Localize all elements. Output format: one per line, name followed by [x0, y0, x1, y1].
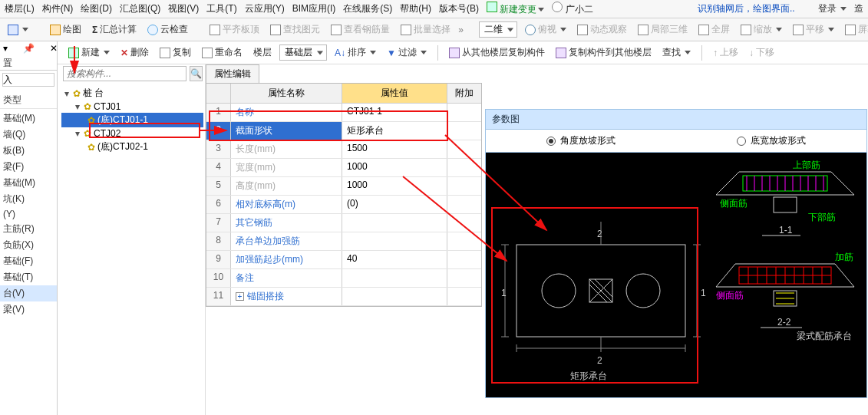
- category-item[interactable]: 主筋(R): [0, 221, 57, 237]
- zoom-button[interactable]: 缩放: [738, 21, 785, 38]
- property-row[interactable]: 11+锚固搭接: [206, 288, 481, 306]
- property-value-cell[interactable]: 矩形承台: [342, 122, 447, 140]
- svg-point-1: [542, 274, 576, 308]
- property-value-cell[interactable]: (0): [342, 196, 447, 213]
- svg-text:1: 1: [701, 288, 706, 298]
- category-item[interactable]: 坑(K): [0, 191, 57, 207]
- category-item[interactable]: 梁(F): [0, 159, 57, 175]
- property-row[interactable]: 6相对底标高(m)(0): [206, 196, 481, 214]
- property-row[interactable]: 7其它钢筋: [206, 214, 481, 232]
- copy-button[interactable]: 复制: [157, 44, 194, 61]
- property-row[interactable]: 5高度(mm)1000: [206, 177, 481, 196]
- menu-summary[interactable]: 汇总图(Q): [120, 2, 160, 15]
- property-value-cell[interactable]: 40: [342, 251, 447, 268]
- menu-online[interactable]: 在线服务(S): [343, 2, 392, 15]
- tree-root[interactable]: ▾✿桩 台: [61, 86, 203, 100]
- pan-button[interactable]: 平移: [790, 21, 837, 38]
- property-value-cell[interactable]: [342, 232, 447, 250]
- copy-from-floor-button[interactable]: 从其他楼层复制构件: [446, 44, 548, 61]
- menu-cloud[interactable]: 云应用(Y): [245, 2, 285, 15]
- tree-node-ctj01-1[interactable]: ✿(底)CTJ01-1: [61, 113, 203, 127]
- property-value-cell[interactable]: 1000: [342, 177, 447, 195]
- menu-more[interactable]: 造: [854, 2, 863, 15]
- flat-roof-button[interactable]: 平齐板顶: [206, 21, 262, 38]
- property-row[interactable]: 2截面形状矩形承台: [206, 122, 481, 140]
- delete-button[interactable]: ✕删除: [117, 44, 152, 61]
- menu-new-change[interactable]: 新建变更: [487, 2, 544, 16]
- menu-user[interactable]: 广小二: [552, 2, 592, 16]
- bird-view-button[interactable]: 俯视: [522, 21, 569, 38]
- floor-select[interactable]: 基础层: [279, 44, 327, 61]
- sort-button[interactable]: A↓排序: [332, 44, 379, 61]
- property-value-cell[interactable]: CTJ01-1: [342, 104, 447, 121]
- draw-button[interactable]: 绘图: [47, 21, 84, 38]
- category-item[interactable]: 墙(Q): [0, 127, 57, 143]
- rebar-icon: [331, 25, 342, 35]
- tree-node-ctj02[interactable]: ▾✿CTJ02: [61, 127, 203, 140]
- cloud-icon: [147, 25, 158, 35]
- property-tab[interactable]: 属性编辑: [206, 64, 259, 83]
- cube-icon: [638, 25, 649, 35]
- menu-version[interactable]: 版本号(B): [439, 2, 479, 15]
- cloud-check-button[interactable]: 云检查: [144, 21, 191, 38]
- move-up-button[interactable]: ↑上移: [710, 44, 741, 61]
- expand-icon[interactable]: +: [236, 292, 244, 301]
- tree-node-ctj01[interactable]: ▾✿CTJ01: [61, 100, 203, 113]
- move-down-button[interactable]: ↓下移: [746, 44, 777, 61]
- parameter-diagram-title: 参数图: [485, 109, 867, 130]
- find-element-button[interactable]: 查找图元: [267, 21, 323, 38]
- pin-icon[interactable]: 📌: [23, 43, 35, 54]
- property-row[interactable]: 10备注: [206, 269, 481, 288]
- menu-draw[interactable]: 绘图(D): [81, 2, 112, 15]
- property-value-cell[interactable]: [342, 288, 447, 305]
- category-item[interactable]: 基础(M): [0, 175, 57, 191]
- property-value-cell[interactable]: 1500: [342, 140, 447, 158]
- property-grid: 属性名称 属性值 附加 1名称CTJ01-12截面形状矩形承台3长度(mm)15…: [206, 83, 482, 307]
- rename-button[interactable]: 重命名: [199, 44, 246, 61]
- category-item[interactable]: 板(B): [0, 143, 57, 159]
- category-item[interactable]: 负筋(X): [0, 237, 57, 253]
- property-row[interactable]: 9加强筋起步(mm)40: [206, 251, 481, 269]
- property-row[interactable]: 4宽度(mm)1000: [206, 159, 481, 177]
- sum-button[interactable]: Σ汇总计算: [89, 21, 140, 38]
- category-item[interactable]: 台(V): [0, 285, 57, 301]
- close-icon[interactable]: ✕: [50, 43, 58, 54]
- property-row[interactable]: 1名称CTJ01-1: [206, 104, 481, 122]
- menu-bim[interactable]: BIM应用(I): [292, 2, 336, 15]
- left-input[interactable]: 入: [2, 73, 54, 87]
- view-mode-select[interactable]: 二维: [479, 21, 517, 38]
- copy-to-floor-button[interactable]: 复制构件到其他楼层: [553, 44, 655, 61]
- filter-button[interactable]: ▼过滤: [384, 44, 430, 61]
- category-item[interactable]: 基础(M): [0, 110, 57, 127]
- category-item[interactable]: 基础(F): [0, 253, 57, 269]
- dynamic-view-button[interactable]: 动态观察: [574, 21, 630, 38]
- find-button[interactable]: 查找: [659, 44, 694, 61]
- menu-help[interactable]: 帮助(H): [400, 2, 431, 15]
- fullscreen-button[interactable]: 全屏: [695, 21, 733, 38]
- property-value-cell[interactable]: 1000: [342, 159, 447, 176]
- property-value-cell[interactable]: [342, 269, 447, 287]
- category-item[interactable]: 梁(V): [0, 301, 57, 318]
- menu-view[interactable]: 视图(V): [168, 2, 199, 15]
- tree-search-button[interactable]: 🔍: [190, 66, 203, 81]
- property-value-cell[interactable]: [342, 214, 447, 232]
- menu-tool[interactable]: 工具(T): [206, 2, 236, 15]
- screen-rotate-button[interactable]: 屏幕旋: [842, 21, 868, 38]
- category-item[interactable]: 基础(T): [0, 269, 57, 285]
- app-icon[interactable]: [5, 23, 31, 37]
- radio-angle-slope[interactable]: 角度放坡形式: [486, 130, 676, 152]
- menu-component[interactable]: 构件(N): [42, 2, 74, 15]
- gear-icon: ✿: [87, 115, 95, 126]
- view-rebar-button[interactable]: 查看钢筋量: [328, 21, 393, 38]
- tree-node-ctj02-1[interactable]: ✿(底)CTJ02-1: [61, 140, 203, 154]
- login-button[interactable]: 登录: [818, 2, 847, 15]
- radio-bottom-slope[interactable]: 底宽放坡形式: [676, 130, 866, 152]
- local-3d-button[interactable]: 局部三维: [635, 21, 691, 38]
- new-button[interactable]: 新建: [65, 44, 113, 61]
- property-row[interactable]: 3长度(mm)1500: [206, 140, 481, 159]
- menu-floor[interactable]: 楼层(L): [5, 2, 35, 15]
- category-item[interactable]: (Y): [0, 207, 57, 221]
- batch-select-button[interactable]: 批量选择: [398, 21, 454, 38]
- property-row[interactable]: 8承台单边加强筋: [206, 232, 481, 251]
- tree-search-input[interactable]: [63, 66, 186, 81]
